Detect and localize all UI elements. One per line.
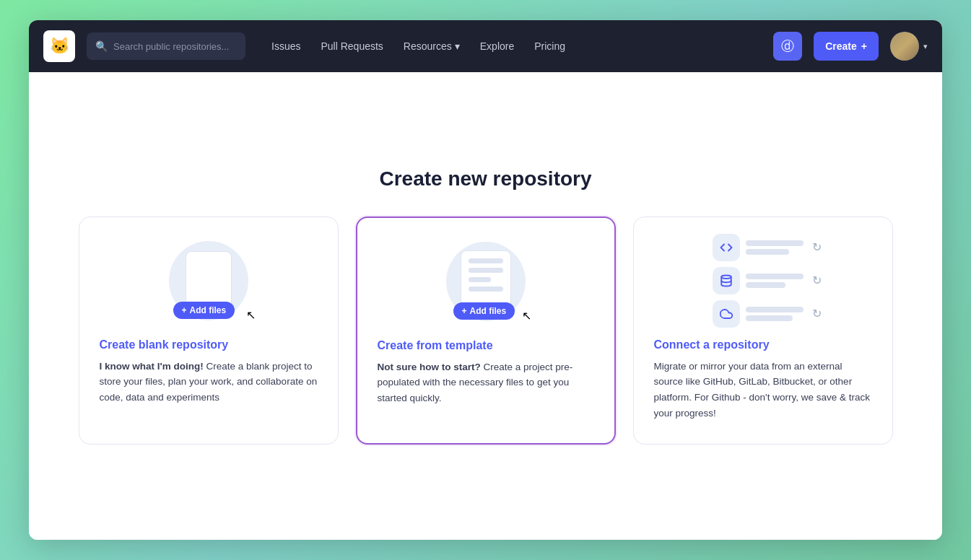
cards-row: +Add files ↖ Create blank repository I k… [67,216,905,445]
card-connect-repo[interactable]: ↻ ↻ [633,216,893,445]
avatar[interactable] [890,32,919,61]
db-icon-box [713,267,740,294]
user-chevron-icon: ▾ [923,42,928,51]
refresh-icon-3: ↻ [812,307,822,320]
page-title: Create new repository [379,167,591,191]
nav-item-pull-requests[interactable]: Pull Requests [312,35,391,58]
card-template-desc: Not sure how to start? Create a project … [378,359,594,406]
card-blank-title: Create blank repository [100,338,318,351]
logo-icon: 🐱 [50,37,69,56]
card-blank-desc: I know what I'm doing! Create a blank pr… [100,359,318,406]
illus-add-btn-template: +Add files [453,302,515,320]
search-input[interactable] [113,41,237,52]
discord-button[interactable]: ⓓ [773,32,802,61]
card-blank-illustration: +Add files ↖ [100,237,318,324]
refresh-icon-2: ↻ [812,274,822,287]
illus-add-btn-blank: +Add files [173,302,235,319]
nav-links: Issues Pull Requests Resources ▾ Explore… [263,35,574,58]
card-template-illustration: +Add files ↖ [378,238,594,325]
nav-item-resources[interactable]: Resources ▾ [395,35,469,58]
plus-icon: + [861,40,867,52]
create-label: Create [825,40,857,52]
create-button[interactable]: Create + [814,32,879,61]
nav-item-issues[interactable]: Issues [263,35,309,58]
navbar: 🐱 🔍 Issues Pull Requests Resources ▾ Exp… [29,20,942,72]
nav-item-pricing[interactable]: Pricing [526,35,574,58]
chevron-down-icon: ▾ [455,40,460,52]
user-menu[interactable]: ▾ [890,32,928,61]
search-icon: 🔍 [95,40,108,52]
avatar-image [890,32,919,61]
svg-point-0 [721,275,731,279]
card-connect-desc: Migrate or mirror your data from an exte… [654,359,872,421]
logo[interactable]: 🐱 [43,30,75,62]
card-connect-illustration: ↻ ↻ [654,237,872,324]
search-box[interactable]: 🔍 [87,32,245,60]
nav-item-explore[interactable]: Explore [471,35,523,58]
card-template-repo[interactable]: +Add files ↖ Create from template Not su… [356,216,616,445]
refresh-icon-1: ↻ [812,240,822,254]
browser-window: 🐱 🔍 Issues Pull Requests Resources ▾ Exp… [29,20,942,540]
card-template-title: Create from template [378,339,594,352]
card-connect-title: Connect a repository [654,338,872,351]
card-blank-repo[interactable]: +Add files ↖ Create blank repository I k… [79,216,339,445]
code-icon-box [713,234,740,261]
discord-icon: ⓓ [781,38,794,55]
main-content: Create new repository +Add files ↖ Creat… [29,72,942,540]
cloud-icon-box [713,300,740,328]
